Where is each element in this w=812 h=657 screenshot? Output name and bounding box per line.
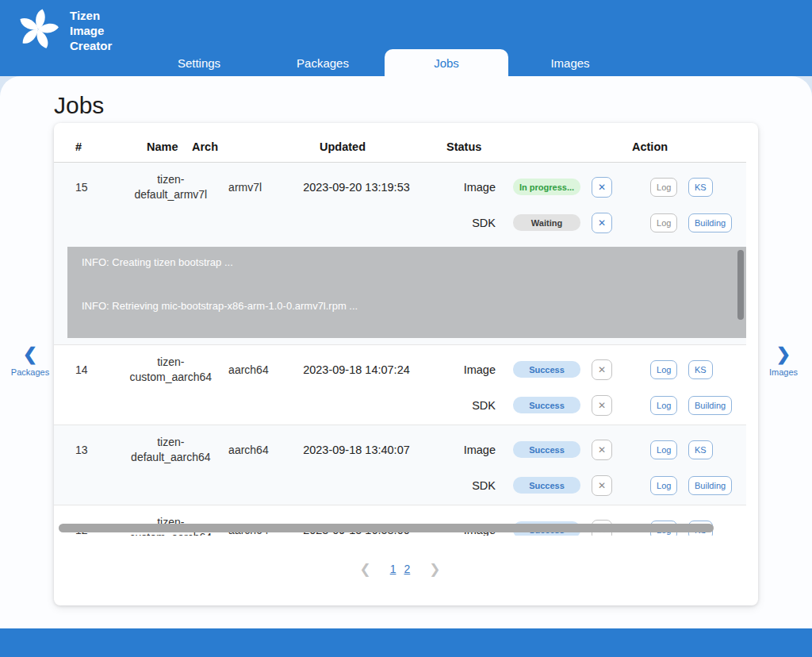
job-id: 15 <box>54 169 113 205</box>
extra-action-button[interactable]: Building <box>688 396 732 415</box>
close-icon: ✕ <box>598 400 606 411</box>
pagination-page-2[interactable]: 2 <box>404 563 411 575</box>
tab-packages[interactable]: Packages <box>261 49 385 76</box>
brand-line-3: Creator <box>70 38 112 53</box>
page-title: Jobs <box>54 92 104 119</box>
job-arch: armv7l <box>228 169 297 205</box>
cancel-button[interactable]: ✕ <box>592 359 612 380</box>
job-summary: 15 tizen-default_armv7l armv7l 2023-09-2… <box>54 163 746 242</box>
main-nav: Settings Packages Jobs Images <box>137 49 632 76</box>
col-header-name: Name <box>147 140 178 153</box>
extra-action-button[interactable]: KS <box>688 360 713 379</box>
close-icon: ✕ <box>598 444 606 455</box>
target-row-image: Image Success ✕ Log KS <box>416 432 746 467</box>
col-header-arch: Arch <box>192 140 218 153</box>
vertical-scrollbar-thumb[interactable] <box>737 250 744 320</box>
cancel-button[interactable]: ✕ <box>592 177 612 198</box>
log-button[interactable]: Log <box>650 440 677 459</box>
job-updated: 2023-09-18 14:07:24 <box>297 352 416 387</box>
job-name: tizen-default_aarch64 <box>113 432 229 467</box>
app-header: Tizen Image Creator Settings Packages Jo… <box>0 0 812 76</box>
extra-action-button[interactable]: KS <box>688 178 713 197</box>
footer-bar <box>0 628 812 657</box>
horizontal-scrollbar-thumb[interactable] <box>59 524 714 532</box>
extra-action-button[interactable]: KS <box>688 440 713 459</box>
cancel-button[interactable]: ✕ <box>592 475 612 496</box>
chevron-left-icon: ❮ <box>23 346 37 363</box>
job-name: tizen-custom_aarch64 <box>113 352 229 387</box>
target-label: Image <box>416 444 496 456</box>
job-targets: Image In progress... ✕ Log KS SDK Waitin… <box>416 169 746 240</box>
job-arch: aarch64 <box>228 352 297 387</box>
target-label: SDK <box>416 399 496 412</box>
jobs-rows: 15 tizen-default_armv7l armv7l 2023-09-2… <box>54 163 746 536</box>
target-row-sdk: SDK Waiting ✕ Log Building <box>416 205 746 240</box>
tab-jobs[interactable]: Jobs <box>385 49 508 76</box>
log-line: INFO: Creating tizen bootstrap ... <box>82 256 746 268</box>
brand: Tizen Image Creator <box>16 5 112 56</box>
cancel-button[interactable]: ✕ <box>592 395 612 416</box>
horizontal-scrollbar[interactable] <box>56 523 756 533</box>
table-viewport: # Name Arch Updated Status Action 15 tiz… <box>54 123 746 536</box>
status-badge: In progress... <box>513 179 580 195</box>
chevron-right-icon: ❯ <box>776 346 791 363</box>
pagination-page-1[interactable]: 1 <box>390 563 396 575</box>
close-icon: ✕ <box>598 182 606 193</box>
extra-action-button[interactable]: Building <box>688 213 732 232</box>
job-updated: 2023-09-18 13:40:07 <box>297 432 416 467</box>
target-label: SDK <box>416 217 496 229</box>
log-button[interactable]: Log <box>650 360 677 379</box>
brand-title: Tizen Image Creator <box>70 8 112 53</box>
job-summary: 14 tizen-custom_aarch64 aarch64 2023-09-… <box>54 345 746 425</box>
table-row: 14 tizen-custom_aarch64 aarch64 2023-09-… <box>54 345 746 425</box>
status-badge: Success <box>513 361 580 378</box>
log-button[interactable]: Log <box>650 213 677 232</box>
job-targets: Image Success ✕ Log KS SDK Success ✕ Log… <box>416 352 746 423</box>
target-row-sdk: SDK Success ✕ Log Building <box>416 387 746 423</box>
nav-left-label: Packages <box>11 367 49 377</box>
job-name: tizen-default_armv7l <box>113 169 229 205</box>
job-id: 13 <box>54 432 113 467</box>
table-row: 13 tizen-default_aarch64 aarch64 2023-09… <box>54 425 746 505</box>
col-header-status: Status <box>446 140 481 153</box>
extra-action-button[interactable]: Building <box>688 476 732 495</box>
tizen-logo-icon <box>16 5 60 56</box>
status-badge: Success <box>513 441 580 458</box>
pagination: ❮ 1 2 ❯ <box>54 558 746 580</box>
pagination-next-icon[interactable]: ❯ <box>429 561 440 578</box>
cancel-button[interactable]: ✕ <box>592 213 612 233</box>
brand-line-2: Image <box>70 23 112 38</box>
target-label: Image <box>416 181 496 194</box>
log-button[interactable]: Log <box>650 476 677 495</box>
job-summary: 13 tizen-default_aarch64 aarch64 2023-09… <box>54 425 746 505</box>
nav-right-label: Images <box>769 367 798 377</box>
log-button[interactable]: Log <box>650 396 677 415</box>
close-icon: ✕ <box>598 217 606 229</box>
tab-settings[interactable]: Settings <box>137 49 261 76</box>
status-badge: Success <box>513 397 580 413</box>
job-id: 14 <box>54 352 113 387</box>
jobs-card: # Name Arch Updated Status Action 15 tiz… <box>54 123 758 605</box>
tab-images[interactable]: Images <box>508 49 632 76</box>
job-log-output[interactable]: INFO: Creating tizen bootstrap ... INFO:… <box>67 247 746 338</box>
target-row-sdk: SDK Success ✕ Log Building <box>416 467 746 503</box>
target-label: SDK <box>416 479 496 492</box>
col-header-action: Action <box>632 140 668 153</box>
target-row-image: Image In progress... ✕ Log KS <box>416 169 746 205</box>
close-icon: ✕ <box>598 480 606 491</box>
nav-right-images[interactable]: ❯ Images <box>761 346 806 377</box>
pagination-prev-icon[interactable]: ❮ <box>359 561 370 578</box>
job-updated: 2023-09-20 13:19:53 <box>297 169 416 205</box>
log-line: INFO: Retrieving mic-bootstrap-x86-arm-1… <box>82 300 746 312</box>
job-arch: aarch64 <box>228 432 297 467</box>
job-targets: Image Success ✕ Log KS SDK Success ✕ Log… <box>416 432 746 503</box>
nav-left-packages[interactable]: ❮ Packages <box>8 346 52 377</box>
log-button[interactable]: Log <box>650 178 677 197</box>
cancel-button[interactable]: ✕ <box>592 440 612 460</box>
col-header-num: # <box>75 140 82 153</box>
table-header: # Name Arch Updated Status Action <box>54 123 746 163</box>
brand-line-1: Tizen <box>70 8 112 23</box>
close-icon: ✕ <box>598 364 606 375</box>
target-label: Image <box>416 363 496 376</box>
table-row: 15 tizen-default_armv7l armv7l 2023-09-2… <box>54 163 746 345</box>
